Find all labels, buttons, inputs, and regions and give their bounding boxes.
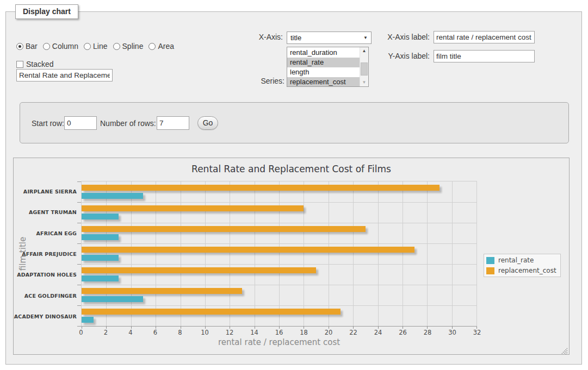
legend-item: rental_rate [486, 256, 556, 264]
chart-title: Rental Rate and Replacement Cost of Film… [14, 164, 569, 174]
y-tick-label: AFRICAN EGG [14, 230, 77, 236]
x-tick-label: 4 [128, 329, 132, 336]
legend-swatch [486, 267, 494, 274]
x-tick-label: 18 [300, 329, 308, 336]
radio-icon[interactable] [113, 43, 120, 50]
number-of-rows-label: Number of rows: [100, 119, 156, 128]
series-option-rental_rate[interactable]: rental_rate [287, 58, 360, 67]
resize-handle-icon[interactable] [561, 346, 567, 353]
chart-type-option-bar[interactable]: Bar [16, 42, 38, 51]
bar-rental_rate [82, 317, 94, 323]
y-tick-mark [77, 223, 81, 223]
legend-swatch [486, 257, 494, 264]
bar-rental_rate [82, 193, 143, 199]
radio-icon[interactable] [148, 43, 156, 50]
x-tick-label: 22 [349, 329, 357, 336]
y-tick-label: AIRPLANE SIERRA [14, 189, 77, 195]
series-option-rental_duration[interactable]: rental_duration [287, 48, 360, 58]
x-tick-label: 26 [399, 329, 407, 336]
row-range-panel: Start row: Number of rows: Go [20, 102, 569, 143]
chart-legend: rental_ratereplacement_cost [484, 254, 561, 277]
y-tick-label: AGENT TRUMAN [14, 209, 77, 215]
go-button[interactable]: Go [197, 116, 218, 130]
y-tick-mark [77, 202, 81, 203]
page: { "panel": { "title": "Display chart" },… [0, 0, 588, 370]
x-axis-label-label: X-Axis label: [354, 33, 430, 41]
y-tick-label: AFFAIR PREJUDICE [14, 251, 77, 257]
category-band [82, 223, 476, 243]
x-tick-label: 20 [325, 329, 333, 336]
bar-rental_rate [82, 255, 119, 261]
x-tick-label: 28 [424, 329, 432, 336]
series-options: rental_durationrental_ratelengthreplacem… [287, 48, 360, 86]
x-tick-label: 10 [201, 329, 209, 336]
x-tick-label: 32 [473, 329, 481, 336]
category-band [82, 285, 476, 305]
bar-rental_rate [82, 296, 143, 302]
stacked-option[interactable]: Stacked [16, 60, 54, 68]
y-tick-mark [77, 264, 81, 265]
bar-rental_rate [82, 234, 119, 240]
start-row-label: Start row: [32, 119, 64, 128]
radio-icon[interactable] [16, 43, 23, 50]
display-chart-panel: Display chart BarColumnLineSplineArea St… [5, 11, 582, 365]
y-tick-mark [77, 326, 81, 327]
chart-type-option-column[interactable]: Column [43, 42, 78, 51]
category-band [82, 202, 476, 223]
category-band [82, 243, 476, 264]
series-select-label: Series: [234, 77, 284, 85]
bar-rental_rate [82, 214, 119, 220]
chart-type-option-label: Spline [122, 42, 144, 51]
x-axis-select-value: title [290, 34, 301, 42]
x-tick-label: 0 [79, 329, 83, 336]
x-tick-labels: 02468101214161820222426283032 [81, 329, 477, 336]
panel-title: Display chart [15, 4, 78, 19]
bar-replacement_cost [82, 226, 366, 232]
x-tick-label: 6 [153, 329, 157, 336]
radio-icon[interactable] [84, 43, 91, 50]
bar-replacement_cost [82, 309, 341, 315]
radio-icon[interactable] [43, 43, 50, 50]
bar-replacement_cost [82, 267, 316, 273]
plot-area [81, 181, 477, 327]
chart-container: Rental Rate and Replacement Cost of Film… [13, 158, 570, 355]
chart-title-input[interactable] [16, 69, 113, 81]
bar-rental_rate [82, 275, 119, 281]
bar-replacement_cost [82, 288, 242, 294]
y-tick-label: ADAPTATION HOLES [14, 272, 77, 278]
x-tick-label: 16 [275, 329, 283, 336]
y-tick-mark [77, 243, 81, 244]
chart-type-option-area[interactable]: Area [148, 42, 174, 51]
chart-type-option-spline[interactable]: Spline [113, 42, 144, 51]
scroll-down-icon[interactable]: ▼ [360, 79, 368, 86]
category-band [82, 305, 476, 326]
x-tick-label: 12 [226, 329, 234, 336]
category-band [82, 181, 476, 202]
x-tick-label: 8 [178, 329, 182, 336]
chart-type-group: BarColumnLineSplineArea [16, 42, 180, 51]
category-band [82, 264, 476, 285]
y-tick-labels: AIRPLANE SIERRAAGENT TRUMANAFRICAN EGGAF… [14, 181, 77, 327]
stacked-checkbox[interactable] [16, 61, 23, 68]
y-axis-label-input[interactable] [434, 50, 535, 62]
y-tick-label: ACADEMY DINOSAUR [14, 313, 77, 319]
stacked-label: Stacked [26, 60, 54, 68]
chart-type-option-line[interactable]: Line [84, 42, 107, 51]
y-axis-label-label: Y-Axis label: [354, 52, 430, 60]
x-axis-select-label: X-Axis: [234, 33, 283, 41]
x-tick-label: 14 [250, 329, 258, 336]
legend-label: rental_rate [498, 256, 534, 264]
number-of-rows-input[interactable] [157, 116, 189, 130]
series-option-length[interactable]: length [287, 67, 360, 77]
x-tick-label: 24 [374, 329, 382, 336]
y-tick-label: ACE GOLDFINGER [14, 292, 77, 298]
x-tick-label: 30 [448, 329, 456, 336]
chart-type-option-label: Column [52, 42, 78, 51]
legend-label: replacement_cost [498, 267, 556, 274]
x-axis-label-input[interactable] [434, 31, 535, 43]
start-row-input[interactable] [64, 116, 97, 130]
bar-replacement_cost [82, 205, 304, 211]
y-tick-mark [77, 285, 81, 285]
series-option-replacement_cost[interactable]: replacement_cost [287, 77, 360, 87]
scrollbar-thumb[interactable] [361, 62, 368, 76]
